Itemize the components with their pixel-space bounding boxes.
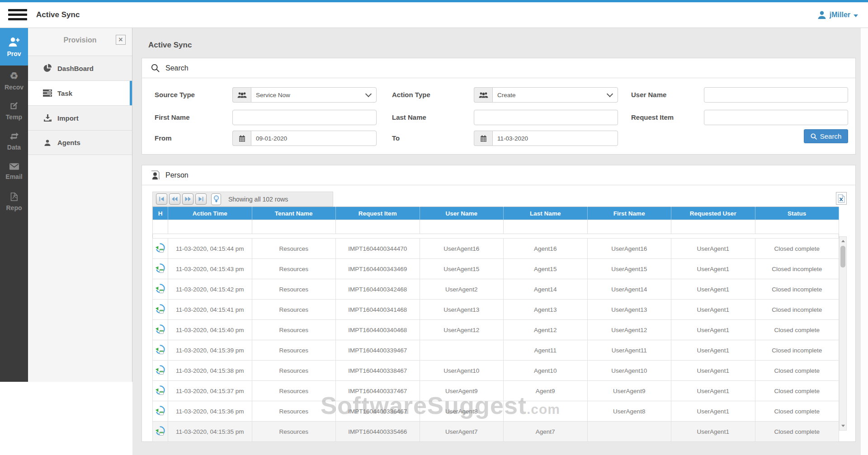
- table-cell: 11-03-2020, 04:15:43 pm: [168, 259, 252, 279]
- request-item-label: Request Item: [631, 113, 674, 121]
- filter-input-status[interactable]: [757, 221, 839, 233]
- topbar: Active Sync jMiller: [0, 2, 868, 28]
- table-cell: Agent11: [504, 340, 588, 361]
- table-cell: 11-03-2020, 04:15:44 pm: [168, 239, 252, 259]
- table-cell: Resources: [252, 259, 336, 279]
- pager-prev-button[interactable]: [169, 193, 180, 205]
- table-cell: Agent14: [504, 279, 588, 300]
- column-header-user-name[interactable]: User Name: [420, 207, 504, 220]
- user-name-input[interactable]: [704, 87, 848, 103]
- filter-input-first-name[interactable]: [589, 221, 671, 233]
- row-history-cell: [153, 401, 168, 422]
- column-header-tenant-name[interactable]: Tenant Name: [252, 207, 336, 220]
- scrollbar-thumb[interactable]: [840, 246, 845, 267]
- history-icon: [155, 288, 165, 295]
- table-cell: UserAgent1: [671, 279, 755, 300]
- sidebar-item-prov[interactable]: Prov: [0, 28, 28, 66]
- table-row[interactable]: 11-03-2020, 04:15:41 pmResourcesIMPT1604…: [153, 300, 839, 320]
- column-header-request-item[interactable]: Request Item: [336, 207, 420, 220]
- to-date-control: [474, 131, 618, 146]
- row-history-cell: [153, 259, 168, 279]
- table-cell: IMPT1604400336467: [336, 401, 420, 422]
- table-cell: Closed complete: [755, 401, 839, 422]
- last-name-input[interactable]: [474, 110, 618, 125]
- panel-item-task[interactable]: Task: [28, 80, 132, 105]
- source-type-control: Service Now: [232, 87, 377, 103]
- last-name-label: Last Name: [392, 113, 426, 121]
- user-menu[interactable]: jMiller: [817, 2, 858, 28]
- sidebar-item-label: Prov: [7, 50, 21, 57]
- history-icon: [155, 309, 165, 315]
- filter-cell: [755, 220, 839, 234]
- table-cell: IMPT1604400340468: [336, 320, 420, 340]
- sidebar-item-email[interactable]: Email: [0, 156, 28, 187]
- export-excel-button[interactable]: [836, 192, 847, 205]
- source-type-select[interactable]: Service Now: [251, 87, 377, 103]
- filter-input-last-name[interactable]: [505, 221, 587, 233]
- table-row[interactable]: 11-03-2020, 04:15:44 pmResourcesIMPT1604…: [153, 239, 839, 259]
- from-date-input[interactable]: [251, 131, 377, 146]
- panel-item-agents[interactable]: Agents: [28, 130, 132, 155]
- tasks-icon: [42, 89, 52, 97]
- column-header-last-name[interactable]: Last Name: [504, 207, 588, 220]
- table-row[interactable]: 11-03-2020, 04:15:35 pmResourcesIMPT1604…: [153, 422, 839, 442]
- table-row[interactable]: 11-03-2020, 04:15:39 pmResourcesIMPT1604…: [153, 340, 839, 361]
- table-row[interactable]: 11-03-2020, 04:15:40 pmResourcesIMPT1604…: [153, 320, 839, 340]
- table-row[interactable]: 11-03-2020, 04:15:36 pmResourcesIMPT1604…: [153, 401, 839, 422]
- table-row[interactable]: 11-03-2020, 04:15:38 pmResourcesIMPT1604…: [153, 361, 839, 381]
- panel-item-import[interactable]: Import: [28, 105, 132, 130]
- action-type-value: Create: [497, 92, 516, 99]
- column-header-requested-user[interactable]: Requested User: [671, 207, 755, 220]
- close-panel-button[interactable]: ×: [116, 35, 126, 45]
- to-date-input[interactable]: [492, 131, 618, 146]
- sidebar-item-temp[interactable]: Temp: [0, 96, 28, 126]
- source-type-value: Service Now: [256, 92, 290, 99]
- request-item-input[interactable]: [704, 110, 848, 125]
- table-cell: Agent7: [504, 422, 588, 442]
- table-row[interactable]: 11-03-2020, 04:15:37 pmResourcesIMPT1604…: [153, 381, 839, 401]
- sidebar-item-recov[interactable]: ♻Recov: [0, 66, 28, 96]
- person-bust-icon: [151, 170, 160, 180]
- page-prev-icon: [172, 197, 178, 202]
- filter-cell: [504, 220, 588, 234]
- table-cell: UserAgent8: [587, 401, 671, 422]
- table-cell: [587, 422, 671, 442]
- filter-input-user-name[interactable]: [421, 221, 504, 233]
- filter-input-request-item[interactable]: [337, 221, 420, 233]
- column-header-status[interactable]: Status: [755, 207, 839, 220]
- filter-input-requested-user[interactable]: [673, 221, 755, 233]
- hamburger-menu-icon[interactable]: [8, 9, 27, 22]
- filter-input-tenant-name[interactable]: [254, 221, 336, 233]
- scroll-down-icon[interactable]: [840, 422, 846, 429]
- action-type-select[interactable]: Create: [492, 87, 618, 103]
- panel-item-dashboard[interactable]: DashBoard: [28, 56, 132, 80]
- toggle-filter-button[interactable]: [211, 193, 221, 205]
- table-row[interactable]: 11-03-2020, 04:15:43 pmResourcesIMPT1604…: [153, 259, 839, 279]
- from-date-control: [232, 131, 377, 146]
- sidebar-item-repo[interactable]: Repo: [0, 187, 28, 217]
- first-name-input[interactable]: [232, 110, 377, 125]
- filter-input-action-time[interactable]: [170, 221, 252, 233]
- user-name: jMiller: [830, 11, 850, 19]
- table-row[interactable]: 11-03-2020, 04:15:42 pmResourcesIMPT1604…: [153, 279, 839, 300]
- table-cell: IMPT1604400338467: [336, 361, 420, 381]
- column-header-action-time[interactable]: Action Time: [168, 207, 252, 220]
- source-type-label: Source Type: [155, 91, 195, 99]
- sidebar-item-label: Repo: [6, 204, 22, 211]
- person-panel-title: Person: [165, 171, 189, 179]
- browser-scroll-gutter: [861, 28, 868, 455]
- table-cell: UserAgent1: [671, 300, 755, 320]
- envelope-icon: [9, 163, 19, 170]
- table-cell: UserAgent12: [420, 320, 504, 340]
- user-icon: [817, 10, 826, 19]
- pager-next-button[interactable]: [182, 193, 193, 205]
- table-scrollbar[interactable]: [839, 236, 847, 431]
- column-header-h[interactable]: H: [153, 207, 168, 220]
- search-button[interactable]: Search: [804, 129, 848, 143]
- sidebar-item-data[interactable]: Data: [0, 126, 28, 156]
- table-cell: 11-03-2020, 04:15:36 pm: [168, 401, 252, 422]
- pager-last-button[interactable]: [195, 193, 207, 205]
- column-header-first-name[interactable]: First Name: [587, 207, 671, 220]
- pager-first-button[interactable]: [156, 193, 167, 205]
- scroll-up-icon[interactable]: [840, 238, 846, 244]
